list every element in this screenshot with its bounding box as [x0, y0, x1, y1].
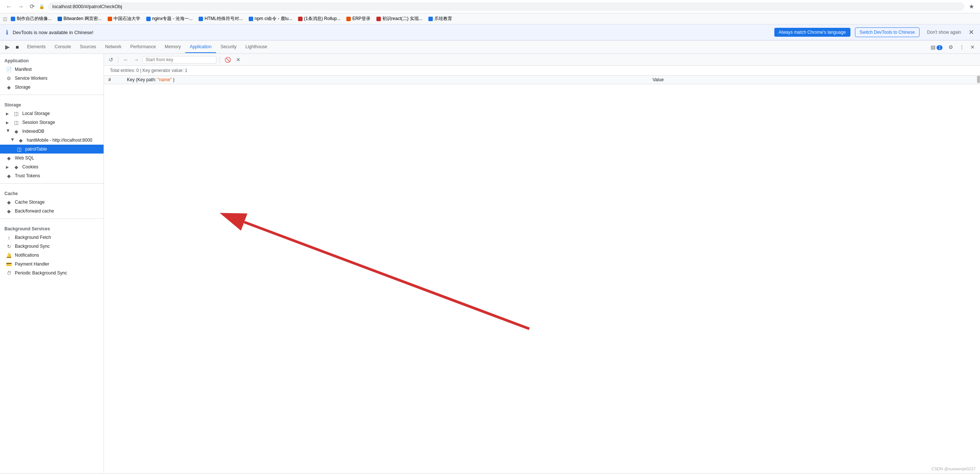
- manifest-label: Manifest: [15, 67, 32, 72]
- sidebar-session-storage[interactable]: ▶ ◫ Session Storage: [0, 118, 103, 127]
- col-key-static-1: Key (Key path:: [127, 77, 158, 82]
- refresh-panel-button[interactable]: ↺: [107, 55, 115, 64]
- more-options-button[interactable]: ⋮: [957, 43, 967, 52]
- clear-entries-button[interactable]: 🚫: [223, 55, 233, 64]
- info-icon: ℹ: [6, 29, 8, 36]
- tab-console[interactable]: Console: [50, 41, 75, 53]
- back-forward-icon: ◆: [6, 208, 12, 214]
- panel-table: # Key (Key path: "name" ) Value: [104, 76, 980, 473]
- bookmark-8[interactable]: 初识react(二) 实现...: [374, 15, 425, 23]
- tab-elements[interactable]: Elements: [23, 41, 50, 53]
- console-badge: 1: [937, 45, 942, 50]
- sidebar-trust-tokens[interactable]: ◆ Trust Tokens: [0, 171, 103, 180]
- local-storage-arrow: ▶: [6, 112, 10, 116]
- close-devtools-button[interactable]: ✕: [968, 43, 977, 52]
- devtools-body: Application 📄 Manifest ⚙ Service Workers…: [0, 54, 980, 473]
- tab-application[interactable]: Application: [185, 41, 216, 53]
- sidebar-cookies[interactable]: ▶ ◆ Cookies: [0, 162, 103, 171]
- bookmark-5[interactable]: npm ci命令 - 鹿lu...: [247, 15, 294, 23]
- apps-icon[interactable]: ◫: [3, 16, 7, 22]
- tab-memory[interactable]: Memory: [161, 41, 185, 53]
- tab-performance[interactable]: Performance: [126, 41, 161, 53]
- bookmark-9[interactable]: 爪哇教育: [426, 15, 454, 23]
- section-application-label: Application: [0, 54, 103, 65]
- switch-language-button[interactable]: Switch DevTools to Chinese: [855, 27, 920, 37]
- local-storage-label: Local Storage: [22, 111, 50, 116]
- hantmobile-label: hantMobile - http://localhost:8000: [27, 138, 92, 143]
- settings-button[interactable]: ⚙: [946, 43, 956, 52]
- sidebar-background-sync[interactable]: ↻ Background Sync: [0, 242, 103, 251]
- sidebar-payment-handler[interactable]: 💳 Payment Handler: [0, 260, 103, 268]
- bookmark-6[interactable]: (1条消息) Rollup...: [296, 15, 343, 23]
- close-infobar-button[interactable]: ✕: [969, 28, 974, 36]
- payment-handler-icon: 💳: [6, 262, 12, 267]
- sidebar-service-workers[interactable]: ⚙ Service Workers: [0, 74, 103, 83]
- bm-favicon-6: [298, 17, 302, 21]
- trust-tokens-icon: ◆: [6, 173, 12, 179]
- bookmark-3[interactable]: nginx专题 - 沧海一...: [144, 15, 195, 23]
- col-header-key: Key (Key path: "name" ): [123, 76, 648, 84]
- background-sync-label: Background Sync: [15, 244, 50, 249]
- back-button[interactable]: ←: [5, 2, 13, 11]
- reload-button[interactable]: ⟳: [28, 2, 36, 11]
- url-bar[interactable]: [48, 2, 964, 11]
- indexeddb-arrow: ▶: [6, 129, 10, 133]
- service-workers-label: Service Workers: [15, 76, 48, 81]
- patrol-table-label: patrolTable: [25, 146, 47, 152]
- sidebar-back-forward-cache[interactable]: ◆ Back/forward cache: [0, 206, 103, 216]
- bookmark-button[interactable]: ★: [967, 2, 975, 11]
- bm-favicon-9: [428, 17, 433, 21]
- match-language-button[interactable]: Always match Chrome's language: [774, 28, 850, 37]
- sidebar-storage-app[interactable]: ◆ Storage: [0, 83, 103, 92]
- sidebar-periodic-bg-sync[interactable]: ⏱ Periodic Background Sync: [0, 268, 103, 277]
- sidebar-local-storage[interactable]: ▶ ◫ Local Storage: [0, 109, 103, 118]
- console-badge-button[interactable]: ▤ 1: [928, 43, 945, 52]
- dismiss-button[interactable]: Don't show again: [924, 28, 964, 37]
- web-sql-icon: ◆: [6, 155, 12, 161]
- notifications-icon: 🔔: [6, 252, 12, 258]
- next-entry-button[interactable]: →: [132, 55, 141, 64]
- cookies-icon: ◆: [13, 164, 19, 170]
- bookmark-7[interactable]: ERP登录: [344, 15, 373, 23]
- delete-selected-button[interactable]: ✕: [234, 55, 242, 64]
- data-table: # Key (Key path: "name" ) Value: [104, 76, 980, 84]
- storage-app-icon: ◆: [6, 84, 12, 90]
- sidebar-indexeddb[interactable]: ▶ ◆ IndexedDB: [0, 127, 103, 136]
- devtools-toolbar-icons: ▤ 1 ⚙ ⋮ ✕: [928, 43, 977, 52]
- watermark: CSDN @xuewenjie0217: [931, 466, 975, 471]
- trust-tokens-label: Trust Tokens: [15, 173, 40, 178]
- bookmark-1[interactable]: Bitwarden 网页密...: [55, 15, 104, 23]
- prev-entry-button[interactable]: ←: [121, 55, 130, 64]
- local-storage-icon: ◫: [13, 111, 19, 116]
- sidebar-hantmobile[interactable]: ▶ ◆ hantMobile - http://localhost:8000: [0, 136, 103, 145]
- session-storage-arrow: ▶: [6, 120, 10, 125]
- sidebar-cache-storage[interactable]: ◆ Cache Storage: [0, 198, 103, 206]
- devtools-panel: ▶ ◾ Elements Console Sources Network Per…: [0, 40, 980, 473]
- tab-security[interactable]: Security: [216, 41, 241, 53]
- section-background-label: Background Services: [0, 222, 103, 233]
- tab-lighthouse[interactable]: Lighthouse: [241, 41, 272, 53]
- sidebar-background-fetch[interactable]: ↕ Background Fetch: [0, 233, 103, 242]
- inspect-element-button[interactable]: ▶: [3, 42, 12, 52]
- forward-button[interactable]: →: [16, 2, 25, 11]
- bm-favicon-3: [146, 17, 151, 21]
- bm-favicon-2: [108, 17, 112, 21]
- storage-app-label: Storage: [15, 84, 30, 90]
- sidebar-manifest[interactable]: 📄 Manifest: [0, 65, 103, 74]
- bm-favicon-0: [11, 17, 15, 21]
- toolbar-separator-1: [118, 57, 118, 63]
- divider-2: [0, 183, 103, 184]
- sidebar-patrol-table[interactable]: ◫ patrolTable: [0, 145, 103, 154]
- tab-network[interactable]: Network: [100, 41, 126, 53]
- bookmark-0[interactable]: 制作自己的镜像...: [8, 15, 54, 23]
- bookmark-4[interactable]: HTML特殊符号对...: [196, 15, 245, 23]
- bookmarks-bar: ◫ 制作自己的镜像... Bitwarden 网页密... 中国石油大学 ngi…: [0, 13, 980, 24]
- payment-handler-label: Payment Handler: [15, 262, 49, 267]
- start-from-key-input[interactable]: [142, 56, 216, 63]
- sidebar-notifications[interactable]: 🔔 Notifications: [0, 251, 103, 260]
- device-toolbar-button[interactable]: ◾: [12, 43, 23, 52]
- console-icon: ▤: [931, 44, 935, 50]
- tab-sources[interactable]: Sources: [75, 41, 100, 53]
- bookmark-2[interactable]: 中国石油大学: [105, 15, 143, 23]
- sidebar-web-sql[interactable]: ◆ Web SQL: [0, 154, 103, 162]
